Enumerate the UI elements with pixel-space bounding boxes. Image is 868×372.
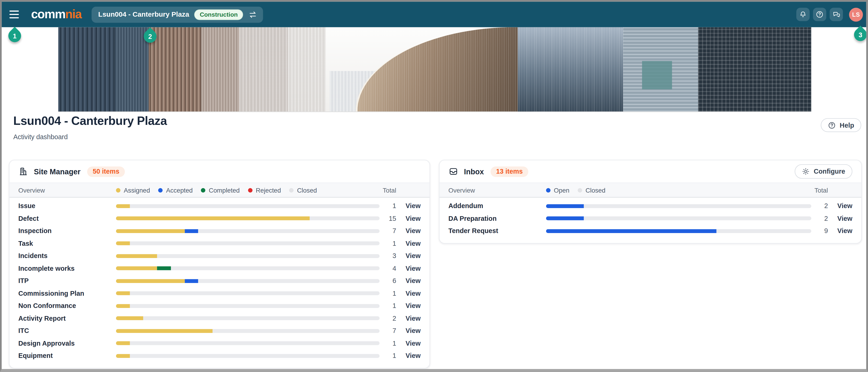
legend-dot-accepted <box>158 188 163 192</box>
commnia-logo[interactable]: commnia <box>31 7 82 22</box>
view-link[interactable]: View <box>396 339 421 347</box>
status-bar <box>116 217 380 221</box>
status-bar <box>116 254 380 258</box>
bar-segment-assigned <box>116 316 144 320</box>
row-label: Incomplete works <box>18 265 116 272</box>
chat-bubbles-icon <box>832 11 840 19</box>
view-link[interactable]: View <box>396 252 421 260</box>
row-total: 9 <box>811 227 828 235</box>
avatar[interactable]: LS <box>849 7 863 21</box>
view-link[interactable]: View <box>828 227 852 235</box>
building-icon <box>18 166 28 177</box>
configure-button[interactable]: Configure <box>795 164 852 179</box>
page-heading: Lsun004 - Canterbury Plaza Activity dash… <box>13 114 167 141</box>
inbox-items-badge: 13 items <box>491 166 528 177</box>
help-button[interactable]: Help <box>821 118 861 132</box>
view-link[interactable]: View <box>396 202 421 210</box>
view-link[interactable]: View <box>396 215 421 222</box>
row-total: 15 <box>380 215 396 222</box>
notifications-button[interactable] <box>796 8 810 21</box>
hero-banner-image <box>58 27 811 112</box>
logo-text-nia: nia <box>65 7 82 21</box>
table-row: Non Conformance1View <box>18 300 421 312</box>
switch-project-button[interactable] <box>248 10 258 19</box>
bell-icon <box>799 11 807 19</box>
view-link[interactable]: View <box>396 277 421 285</box>
site-manager-table-header: Overview AssignedAcceptedCompletedReject… <box>9 183 430 198</box>
bar-segment-assigned <box>116 304 130 308</box>
legend-dot-open <box>546 188 551 192</box>
view-link[interactable]: View <box>396 314 421 322</box>
bar-segment-open <box>546 229 717 233</box>
bar-segment-assigned <box>116 354 130 358</box>
bar-segment-assigned <box>116 291 130 296</box>
legend-label: Accepted <box>166 187 193 193</box>
view-link[interactable]: View <box>828 215 852 222</box>
status-bar <box>116 291 380 296</box>
messages-button[interactable] <box>830 8 843 21</box>
row-label: ITP <box>18 277 116 285</box>
logo-text-comm: comm <box>31 7 65 21</box>
row-label: Equipment <box>18 352 116 360</box>
legend-label: Closed <box>297 187 317 193</box>
help-circle-button[interactable] <box>813 8 826 21</box>
legend-dot-completed <box>201 188 205 192</box>
row-label: Tender Request <box>448 227 546 235</box>
table-row: Incomplete works4View <box>18 262 421 275</box>
legend-label: Rejected <box>256 187 281 193</box>
legend-item-rejected: Rejected <box>248 187 281 193</box>
top-bar: commnia Lsun004 - Canterbury Plaza Const… <box>2 2 866 27</box>
view-link[interactable]: View <box>396 289 421 297</box>
legend-label: Closed <box>585 187 605 193</box>
view-link[interactable]: View <box>396 240 421 247</box>
question-icon <box>828 121 836 129</box>
app-window: commnia Lsun004 - Canterbury Plaza Const… <box>0 0 868 372</box>
menu-icon[interactable] <box>7 7 22 22</box>
coachmark-2[interactable]: 2 <box>141 27 159 45</box>
bar-segment-accepted <box>185 279 198 283</box>
row-label: Issue <box>18 202 116 210</box>
site-manager-items-badge: 50 items <box>87 166 125 177</box>
row-total: 2 <box>811 202 828 210</box>
view-link[interactable]: View <box>396 302 421 310</box>
status-bar <box>116 304 380 308</box>
bar-segment-assigned <box>116 279 185 283</box>
column-total: Total <box>811 187 828 193</box>
legend-dot-closed <box>578 188 582 192</box>
bar-segment-assigned <box>116 204 130 208</box>
bar-segment-completed <box>157 267 170 271</box>
status-bar <box>546 229 811 233</box>
column-total: Total <box>380 187 396 193</box>
inbox-rows: Addendum2ViewDA Preparation2ViewTender R… <box>439 197 861 243</box>
legend-item-open: Open <box>546 187 569 193</box>
row-total: 7 <box>380 227 396 235</box>
table-row: Activity Report2View <box>18 312 421 324</box>
view-link[interactable]: View <box>396 352 421 360</box>
status-bar <box>116 329 380 333</box>
coachmark-1[interactable]: 1 <box>6 27 24 45</box>
project-selector[interactable]: Lsun004 - Canterbury Plaza Construction <box>92 6 264 23</box>
table-row: Incidents3View <box>18 250 421 262</box>
legend-item-completed: Completed <box>201 187 240 193</box>
row-total: 1 <box>380 352 396 360</box>
view-link[interactable]: View <box>396 327 421 335</box>
status-bar <box>116 229 380 233</box>
table-row: Equipment1View <box>18 349 421 362</box>
row-total: 1 <box>380 240 396 247</box>
coachmark-1-number: 1 <box>8 29 21 42</box>
coachmark-3-number: 3 <box>854 28 867 41</box>
view-link[interactable]: View <box>396 227 421 235</box>
coachmark-3[interactable]: 3 <box>851 26 868 44</box>
row-total: 2 <box>811 215 828 222</box>
view-link[interactable]: View <box>396 265 421 272</box>
page-title: Lsun004 - Canterbury Plaza <box>13 114 167 128</box>
bar-segment-assigned <box>116 217 310 221</box>
view-link[interactable]: View <box>828 202 852 210</box>
status-bar <box>546 217 811 221</box>
dashboard-cards: Site Manager 50 items Overview AssignedA… <box>9 160 862 368</box>
row-label: Addendum <box>448 202 546 210</box>
status-bar <box>116 316 380 320</box>
table-row: Defect15View <box>18 212 421 225</box>
row-label: DA Preparation <box>448 215 546 222</box>
project-stage-badge: Construction <box>194 9 243 20</box>
